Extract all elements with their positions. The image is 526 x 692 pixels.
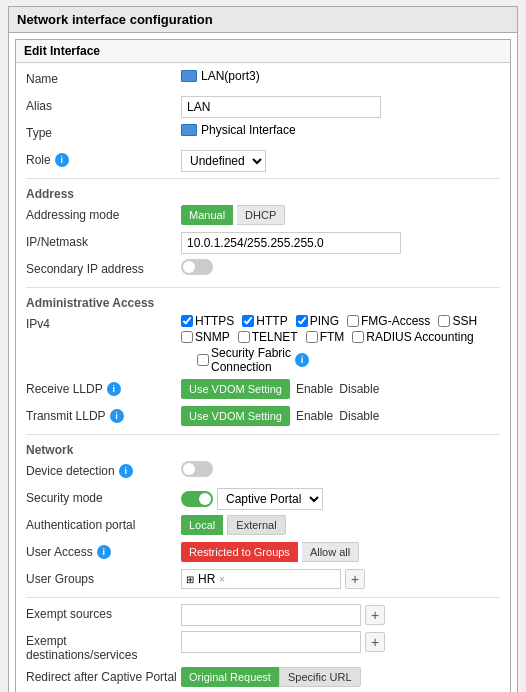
transmit-lldp-enable[interactable]: Enable [296, 409, 333, 423]
interface-icon [181, 70, 197, 82]
specific-url-btn[interactable]: Specific URL [279, 667, 361, 687]
exempt-sources-value: + [181, 604, 500, 626]
original-request-btn[interactable]: Original Request [181, 667, 279, 687]
secondary-ip-toggle[interactable] [181, 259, 213, 275]
fmg-checkbox-item[interactable]: FMG-Access [347, 314, 430, 328]
receive-lldp-label: Receive LLDP i [26, 379, 181, 396]
user-access-label: User Access i [26, 542, 181, 559]
receive-lldp-info-icon[interactable]: i [107, 382, 121, 396]
transmit-lldp-value: Use VDOM Setting Enable Disable [181, 406, 500, 426]
receive-lldp-enable[interactable]: Enable [296, 382, 333, 396]
exempt-dest-label: Exempt destinations/services [26, 631, 181, 662]
security-mode-row: Security mode Captive Portal [26, 488, 500, 510]
ssh-checkbox[interactable] [438, 315, 450, 327]
address-header: Address [26, 187, 500, 201]
transmit-lldp-row: Transmit LLDP i Use VDOM Setting Enable … [26, 406, 500, 428]
security-fabric-info-icon[interactable]: i [295, 353, 309, 367]
divider-4 [26, 597, 500, 598]
radius-checkbox-item[interactable]: RADIUS Accounting [352, 330, 473, 344]
ping-checkbox-item[interactable]: PING [296, 314, 339, 328]
receive-lldp-vdom-btn[interactable]: Use VDOM Setting [181, 379, 290, 399]
network-header: Network [26, 443, 500, 457]
device-detection-value [181, 461, 500, 477]
manual-btn[interactable]: Manual [181, 205, 233, 225]
user-groups-add-btn[interactable]: + [345, 569, 365, 589]
alias-value [181, 96, 500, 118]
security-mode-value: Captive Portal [181, 488, 500, 510]
type-icon [181, 124, 197, 136]
security-mode-toggle[interactable] [181, 491, 213, 507]
redirect-value: Original Request Specific URL [181, 667, 500, 687]
snmp-checkbox[interactable] [181, 331, 193, 343]
ip-netmask-label: IP/Netmask [26, 232, 181, 249]
security-fabric-checkbox[interactable] [197, 354, 209, 366]
receive-lldp-disable[interactable]: Disable [339, 382, 379, 396]
secondary-ip-row: Secondary IP address [26, 259, 500, 281]
groups-field: ⊞ HR × [181, 569, 341, 589]
device-detection-info-icon[interactable]: i [119, 464, 133, 478]
radius-checkbox[interactable] [352, 331, 364, 343]
transmit-lldp-vdom-btn[interactable]: Use VDOM Setting [181, 406, 290, 426]
receive-lldp-value: Use VDOM Setting Enable Disable [181, 379, 500, 399]
exempt-dest-value: + [181, 631, 500, 653]
http-checkbox[interactable] [242, 315, 254, 327]
alias-label: Alias [26, 96, 181, 113]
redirect-row: Redirect after Captive Portal Original R… [26, 667, 500, 689]
secondary-ip-label: Secondary IP address [26, 259, 181, 276]
security-mode-select[interactable]: Captive Portal [217, 488, 323, 510]
user-access-value: Restricted to Groups Allow all [181, 542, 500, 562]
security-fabric-checkbox-item[interactable]: Security Fabric Connection i [197, 346, 309, 374]
allow-all-btn[interactable]: Allow all [302, 542, 359, 562]
exempt-dest-add-btn[interactable]: + [365, 632, 385, 652]
role-row: Role i Undefined [26, 150, 500, 172]
telnet-checkbox-item[interactable]: TELNET [238, 330, 298, 344]
ipv4-checkboxes: HTTPS HTTP PING FMG-Access [181, 314, 500, 374]
hr-tag-text: HR [198, 572, 215, 586]
user-access-info-icon[interactable]: i [97, 545, 111, 559]
device-detection-toggle[interactable] [181, 461, 213, 477]
transmit-lldp-info-icon[interactable]: i [110, 409, 124, 423]
exempt-sources-add-btn[interactable]: + [365, 605, 385, 625]
exempt-dest-field [181, 631, 361, 653]
role-select[interactable]: Undefined [181, 150, 266, 172]
exempt-sources-field [181, 604, 361, 626]
divider-2 [26, 287, 500, 288]
restricted-btn[interactable]: Restricted to Groups [181, 542, 298, 562]
transmit-lldp-disable[interactable]: Disable [339, 409, 379, 423]
ftm-checkbox-item[interactable]: FTM [306, 330, 345, 344]
ping-checkbox[interactable] [296, 315, 308, 327]
receive-lldp-row: Receive LLDP i Use VDOM Setting Enable D… [26, 379, 500, 401]
hr-tag-close[interactable]: × [219, 574, 225, 585]
telnet-checkbox[interactable] [238, 331, 250, 343]
http-checkbox-item[interactable]: HTTP [242, 314, 287, 328]
ftm-checkbox[interactable] [306, 331, 318, 343]
ip-netmask-row: IP/Netmask [26, 232, 500, 254]
local-btn[interactable]: Local [181, 515, 223, 535]
addressing-mode-value: Manual DHCP [181, 205, 500, 225]
addressing-mode-row: Addressing mode Manual DHCP [26, 205, 500, 227]
external-btn[interactable]: External [227, 515, 285, 535]
divider-3 [26, 434, 500, 435]
type-value: Physical Interface [181, 123, 500, 137]
snmp-checkbox-item[interactable]: SNMP [181, 330, 230, 344]
inner-panel: Edit Interface Name LAN(port3) Alias Typ… [15, 39, 511, 692]
fmg-checkbox[interactable] [347, 315, 359, 327]
addressing-mode-label: Addressing mode [26, 205, 181, 222]
fmg-label: FMG-Access [361, 314, 430, 328]
user-groups-row: User Groups ⊞ HR × + [26, 569, 500, 591]
name-row: Name LAN(port3) [26, 69, 500, 91]
ssh-checkbox-item[interactable]: SSH [438, 314, 477, 328]
alias-input[interactable] [181, 96, 381, 118]
divider-1 [26, 178, 500, 179]
user-groups-value: ⊞ HR × + [181, 569, 500, 589]
ftm-label: FTM [320, 330, 345, 344]
grid-icon: ⊞ [186, 574, 194, 585]
ip-netmask-input[interactable] [181, 232, 401, 254]
https-checkbox-item[interactable]: HTTPS [181, 314, 234, 328]
security-mode-label: Security mode [26, 488, 181, 505]
auth-portal-value: Local External [181, 515, 500, 535]
https-checkbox[interactable] [181, 315, 193, 327]
redirect-label: Redirect after Captive Portal [26, 667, 181, 684]
dhcp-btn[interactable]: DHCP [237, 205, 285, 225]
role-info-icon[interactable]: i [55, 153, 69, 167]
